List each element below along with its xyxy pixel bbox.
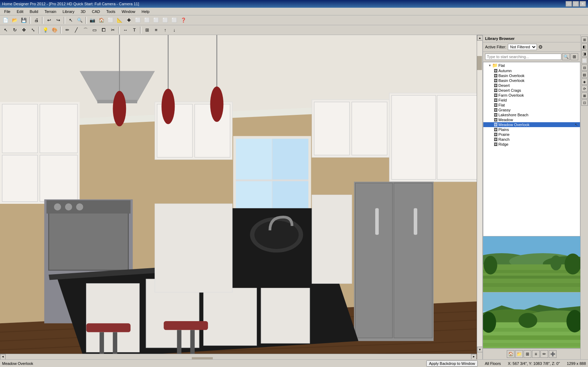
far-right-btn-2[interactable]: ◧ bbox=[581, 43, 588, 50]
far-right-btn-1[interactable]: ⊞ bbox=[581, 36, 588, 43]
far-right-btn-8[interactable]: ⟳ bbox=[581, 85, 588, 92]
help-btn[interactable]: ❓ bbox=[179, 16, 188, 24]
line-btn[interactable]: ╱ bbox=[72, 26, 80, 34]
menu-build[interactable]: Build bbox=[27, 9, 41, 14]
scroll-up-btn[interactable]: ▲ bbox=[477, 35, 482, 41]
cross-btn[interactable]: ✚ bbox=[125, 16, 133, 24]
scroll-left-btn[interactable]: ◄ bbox=[0, 354, 6, 360]
menu-tools[interactable]: Tools bbox=[104, 9, 118, 14]
fill-btn[interactable]: ⧠ bbox=[99, 26, 108, 34]
far-right-btn-10[interactable]: ⊡ bbox=[581, 99, 588, 106]
scroll-right-btn[interactable]: ► bbox=[471, 354, 477, 360]
rotate-btn[interactable]: ↻ bbox=[10, 26, 19, 34]
library-list-button[interactable]: ≡ bbox=[532, 350, 540, 358]
move-btn[interactable]: ✥ bbox=[20, 26, 28, 34]
viewport[interactable]: ▲ ▼ ◄ ► bbox=[0, 35, 482, 359]
pencil-btn[interactable]: ✏ bbox=[63, 26, 71, 34]
align-btn[interactable]: ⊞ bbox=[143, 26, 151, 34]
scroll-down-btn[interactable]: ▼ bbox=[477, 347, 482, 352]
window-btn[interactable]: ⬜ bbox=[161, 16, 169, 24]
tree-item-farm-overlook[interactable]: 🖼 Farm Overlook bbox=[483, 93, 580, 98]
tree-item-autumn[interactable]: 🖼 Autumn bbox=[483, 68, 580, 73]
expand-icon-flat[interactable]: ▼ bbox=[488, 64, 491, 67]
tree-item-meadow[interactable]: 🖼 Meadow bbox=[483, 117, 580, 122]
tree-item-field[interactable]: 🖼 Field bbox=[483, 98, 580, 103]
library-edit-button[interactable]: ✏ bbox=[540, 350, 548, 358]
tree-item-flat-item[interactable]: 🖼 Flat bbox=[483, 103, 580, 108]
select-btn[interactable]: ↖ bbox=[66, 16, 75, 24]
print-btn[interactable]: 🖨 bbox=[32, 16, 41, 24]
zoom-btn[interactable]: 🔍 bbox=[76, 16, 84, 24]
tree-item-ridge[interactable]: 🖼 Ridge bbox=[483, 142, 580, 147]
rect-btn[interactable]: ▭ bbox=[90, 26, 99, 34]
far-right-btn-4[interactable]: ⬜ bbox=[581, 57, 588, 64]
camera-btn[interactable]: 📷 bbox=[88, 16, 97, 24]
close-button[interactable]: ✕ bbox=[580, 1, 586, 7]
tree-item-ranch[interactable]: 🖼 Ranch bbox=[483, 137, 580, 142]
menu-3d[interactable]: 3D bbox=[78, 9, 88, 14]
new-btn[interactable]: 📄 bbox=[1, 16, 10, 24]
wall-btn[interactable]: ⬜ bbox=[143, 16, 151, 24]
resize-btn[interactable]: ⤡ bbox=[29, 26, 37, 34]
library-tree[interactable]: ▼ 📁 Flat 🖼 Autumn 🖼 Basin Overlook 🖼 bbox=[483, 62, 580, 236]
view3d-btn[interactable]: 🏠 bbox=[97, 16, 106, 24]
material-btn[interactable]: 🎨 bbox=[50, 26, 59, 34]
menu-terrain[interactable]: Terrain bbox=[42, 9, 59, 14]
filter-select[interactable]: Not Filtered bbox=[508, 44, 537, 50]
text-btn[interactable]: T bbox=[130, 26, 139, 34]
tree-item-grassy[interactable]: 🖼 Grassy bbox=[483, 108, 580, 112]
down-arrow-btn[interactable]: ↓ bbox=[170, 26, 178, 34]
library-folder-button[interactable]: 📁 bbox=[515, 350, 523, 358]
tree-item-cane-field[interactable]: 🖼 Basin Overlook bbox=[483, 78, 580, 83]
tree-item-plains[interactable]: 🖼 Plains bbox=[483, 127, 580, 132]
library-grid-button[interactable]: ⊞ bbox=[524, 350, 531, 358]
search-input[interactable] bbox=[485, 54, 561, 60]
open-btn[interactable]: 📂 bbox=[10, 16, 19, 24]
room-btn[interactable]: ⬜ bbox=[170, 16, 178, 24]
tree-item-desert-crags[interactable]: 🖼 Desert Crags bbox=[483, 88, 580, 93]
tree-item-prairie[interactable]: 🖼 Prairie bbox=[483, 132, 580, 137]
window-controls[interactable]: ─ □ ✕ bbox=[566, 1, 586, 7]
menu-cad[interactable]: CAD bbox=[89, 9, 103, 14]
arc-btn[interactable]: ⌒ bbox=[81, 26, 90, 34]
light-btn[interactable]: 💡 bbox=[41, 26, 50, 34]
undo-btn[interactable]: ↩ bbox=[45, 16, 53, 24]
tree-item-basin-overlook[interactable]: 🖼 Basin Overlook bbox=[483, 73, 580, 78]
menu-file[interactable]: File bbox=[1, 9, 13, 14]
tree-item-flat-folder[interactable]: ▼ 📁 Flat bbox=[483, 62, 580, 68]
stair-btn[interactable]: ⬜ bbox=[134, 16, 142, 24]
pointer-btn[interactable]: ↖ bbox=[1, 26, 10, 34]
distribute-btn[interactable]: ≡ bbox=[152, 26, 160, 34]
up-arrow-btn[interactable]: ↑ bbox=[161, 26, 169, 34]
scroll-thumb-right[interactable] bbox=[477, 56, 482, 70]
tree-item-lakeshore[interactable]: 🖼 Lakeshore Beach bbox=[483, 112, 580, 117]
tree-item-desert[interactable]: 🖼 Desert bbox=[483, 83, 580, 88]
scroll-thumb-bottom[interactable] bbox=[192, 357, 213, 360]
viewport-scrollbar-bottom[interactable]: ◄ ► bbox=[0, 354, 477, 359]
redo-btn[interactable]: ↪ bbox=[54, 16, 62, 24]
far-right-btn-5[interactable]: ⊟ bbox=[581, 64, 588, 71]
menu-library[interactable]: Library bbox=[60, 9, 77, 14]
maximize-button[interactable]: □ bbox=[573, 1, 579, 7]
save-btn[interactable]: 💾 bbox=[20, 16, 28, 24]
library-home-button[interactable]: 🏠 bbox=[507, 350, 514, 358]
viewport-scrollbar-right[interactable]: ▲ ▼ bbox=[477, 35, 482, 352]
apply-backdrop-button[interactable]: Apply Backdrop to Window bbox=[426, 360, 478, 367]
menu-window[interactable]: Window bbox=[119, 9, 138, 14]
scroll-track-right[interactable] bbox=[477, 41, 482, 347]
far-right-btn-7[interactable]: ◈ bbox=[581, 78, 588, 85]
search-button[interactable]: 🔍 bbox=[562, 53, 570, 60]
menu-help[interactable]: Help bbox=[139, 9, 153, 14]
trim-btn[interactable]: ✂ bbox=[108, 26, 117, 34]
search-options-button[interactable]: ⊞ bbox=[570, 53, 578, 60]
filter-icon[interactable]: ⚙ bbox=[538, 44, 543, 50]
minimize-button[interactable]: ─ bbox=[566, 1, 572, 7]
menu-edit[interactable]: Edit bbox=[14, 9, 26, 14]
elevation-btn[interactable]: 📐 bbox=[115, 16, 124, 24]
library-add-button[interactable]: ➕ bbox=[549, 350, 556, 358]
tree-item-meadow-overlook[interactable]: 🖼 Meadow Overlook ↖ bbox=[483, 122, 580, 127]
dim-btn[interactable]: ↔ bbox=[121, 26, 130, 34]
floor-btn[interactable]: ⬜ bbox=[106, 16, 115, 24]
far-right-btn-3[interactable]: ◨ bbox=[581, 50, 588, 57]
far-right-btn-6[interactable]: ▤ bbox=[581, 71, 588, 78]
